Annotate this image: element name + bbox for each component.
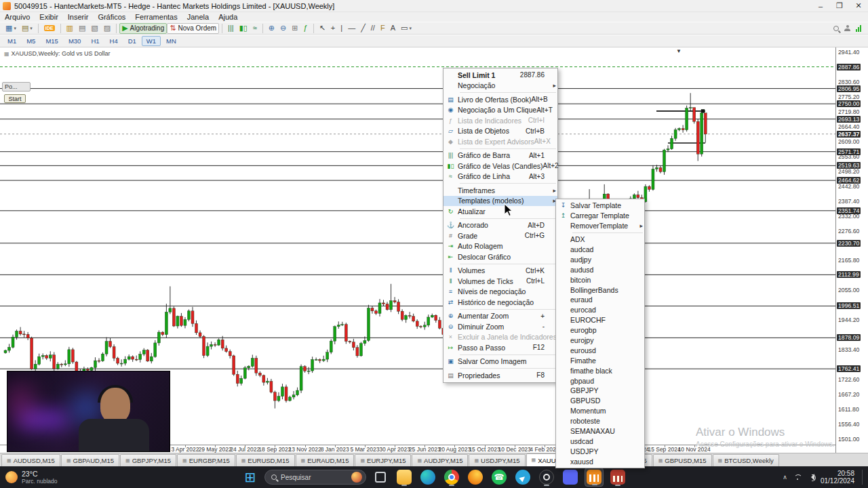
shapes-button[interactable]: ▭▾ [398, 23, 414, 34]
menu-item-usdjpy[interactable]: USDJPY [556, 446, 644, 456]
taskbar-whatsapp[interactable]: ☎ [490, 468, 509, 487]
menu-item-salvar-template[interactable]: ↧Salvar Template [556, 201, 644, 211]
menu-item-gr-fico-de-velas-candles[interactable]: ▮▯Gráfico de Velas (Candles)Alt+2 [443, 161, 557, 171]
menu-item-negocia-o[interactable]: Negociação▸ [443, 81, 557, 92]
horizontal-line-button[interactable]: — [345, 23, 358, 34]
menubar-ajuda[interactable]: Ajuda [214, 12, 242, 22]
toolbox-button[interactable]: ▨ [101, 23, 113, 34]
menubar-arquivo[interactable]: Arquivo [0, 12, 35, 22]
timeframe-m5[interactable]: M5 [22, 36, 40, 46]
taskbar-start[interactable]: ⊞ [241, 468, 260, 487]
text-button[interactable]: A [388, 23, 398, 34]
wifi-icon[interactable] [793, 474, 802, 481]
minimize-button[interactable]: – [811, 0, 830, 12]
timeframe-m30[interactable]: M30 [64, 36, 85, 46]
chart-shift-marker-icon[interactable]: ▼ [676, 48, 682, 54]
menu-item-negocia-o-a-um-clique[interactable]: ◉Negociação a Um CliqueAlt+T [443, 105, 557, 116]
menu-item-eurojpy[interactable]: eurojpy [556, 336, 644, 346]
menu-item-grade[interactable]: #GradeCtrl+G [443, 230, 557, 241]
tab-gbpjpy-m15[interactable]: ▦GBPJPY,M15 [120, 454, 176, 466]
menu-item-passo-a-passo[interactable]: ↦Passo a PassoF12 [443, 342, 557, 353]
menu-item-gr-fico-de-barra[interactable]: |||Gráfico de BarraAlt+1 [443, 150, 557, 161]
taskbar-task-view[interactable] [371, 468, 390, 487]
menu-item-hist-rico-de-negocia-o[interactable]: ⇄Histórico de negociação [443, 297, 557, 308]
timeframe-h4[interactable]: H4 [105, 36, 123, 46]
menu-item-propriedades[interactable]: ▤PropriedadesF8 [443, 370, 557, 381]
menu-item-volumes-de-ticks[interactable]: ‖Volumes de TicksCtrl+L [443, 276, 557, 287]
zoom-out-button[interactable]: ⊖ [277, 23, 289, 34]
profiles-button[interactable]: ▤▾ [19, 23, 35, 34]
menu-item-fimathe[interactable]: Fimathe [556, 355, 644, 365]
menu-item-lista-de-objetos[interactable]: ▱Lista de ObjetosCtrl+B [443, 126, 557, 137]
menubar-exibir[interactable]: Exibir [35, 12, 63, 22]
menu-item-euraud[interactable]: euraud [556, 295, 644, 305]
tab-usdjpy-m15[interactable]: ▦USDJPY,M15 [469, 454, 525, 466]
taskbar-metatrader5[interactable] [585, 468, 604, 487]
crosshair-button[interactable]: + [328, 23, 338, 34]
menu-item-gr-fico-de-linha[interactable]: ≈Gráfico de LinhaAlt+3 [443, 171, 557, 182]
timeframe-h1[interactable]: H1 [86, 36, 104, 46]
tab-audjpy-m15[interactable]: ▦AUDJPY,M15 [412, 454, 468, 466]
candle-chart-button[interactable]: ▮▯ [237, 23, 250, 34]
taskbar-firefox[interactable] [466, 468, 485, 487]
menu-item-carregar-template[interactable]: ↥Carregar Template [556, 211, 644, 221]
taskbar-chrome[interactable] [442, 468, 461, 487]
zoom-in-button[interactable]: ⊕ [266, 23, 277, 34]
taskbar-clock[interactable]: 20:58 01/12/2024 [821, 470, 854, 485]
menubar-janela[interactable]: Janela [182, 12, 214, 22]
fibonacci-button[interactable]: F [378, 23, 388, 34]
tab-gbpusd-m15[interactable]: ▦GBPUSD,M15 [653, 454, 712, 466]
tile-windows-button[interactable]: ⊞ [289, 23, 300, 34]
menu-item-livro-de-ofertas-book[interactable]: ▤Livro de Ofertas (Book)Alt+B [443, 94, 557, 105]
menu-item-bollingerbands[interactable]: BollingerBands [556, 285, 644, 295]
menu-item-eurogbp[interactable]: eurogbp [556, 325, 644, 336]
menu-item-auto-rolagem[interactable]: ⇥Auto Rolagem [443, 241, 557, 252]
cursor-button[interactable]: ↖ [317, 23, 328, 34]
channel-button[interactable]: // [368, 23, 378, 34]
search-icon[interactable] [833, 26, 839, 31]
menu-item-diminuir-zoom[interactable]: ⊖Diminuir Zoom- [443, 321, 557, 332]
tab-euraud-m15[interactable]: ▦EURAUD,M15 [296, 454, 355, 466]
tray-overflow-icon[interactable]: ∧ [783, 474, 787, 481]
menu-item-ancorado[interactable]: ⚓AncoradoAlt+D [443, 220, 557, 231]
taskbar-discord[interactable] [561, 468, 580, 487]
tab-gbpaud-m15[interactable]: ▦GBPAUD,M15 [61, 454, 119, 466]
menu-item-bitcoin[interactable]: bitcoin [556, 274, 644, 285]
taskbar-file-explorer[interactable] [395, 468, 414, 487]
menu-item-sell-limit-1[interactable]: Sell Limit 12887.86 [443, 70, 557, 81]
menu-item-audusd[interactable]: audusd [556, 264, 644, 274]
menu-item-audcad[interactable]: audcad [556, 245, 644, 255]
menubar-inserir[interactable]: Inserir [63, 12, 94, 22]
trendline-button[interactable]: ╱ [358, 23, 368, 34]
menu-item-eurousd[interactable]: eurousd [556, 345, 644, 355]
user-account-icon[interactable] [844, 25, 850, 31]
taskbar-search[interactable]: Pesquisar [264, 470, 366, 485]
indicators-button[interactable]: ƒ [301, 23, 311, 34]
vertical-line-button[interactable]: | [338, 23, 345, 34]
show-desktop-button[interactable] [862, 470, 864, 485]
po-mini-window[interactable]: Po... [2, 82, 31, 92]
timeframe-m15[interactable]: M15 [41, 36, 62, 46]
menubar-gr-ficos[interactable]: Gráficos [93, 12, 130, 22]
timeframe-w1[interactable]: W1 [142, 36, 161, 46]
volume-icon[interactable] [808, 474, 814, 481]
menu-item-xauusd[interactable]: xauusd [556, 456, 644, 466]
close-button[interactable]: ✕ [849, 0, 868, 12]
menu-item-templates-modelos[interactable]: Templates (modelos)▸ [443, 196, 557, 207]
algotrading-button[interactable]: ▶Algotrading [119, 23, 167, 34]
navigator-button[interactable]: ▧ [88, 23, 100, 34]
start-overlay-button[interactable]: Start [4, 94, 26, 103]
taskbar-telegram[interactable]: ▶ [513, 468, 532, 487]
menu-item-adx[interactable]: ADX [556, 235, 644, 245]
taskbar-edge[interactable] [418, 468, 437, 487]
menu-item-audjpy[interactable]: audjpy [556, 254, 644, 264]
price-axis[interactable]: 2806.952750.002693.132571.712519.632464.… [835, 47, 868, 453]
bar-chart-button[interactable]: ||| [225, 23, 237, 34]
restore-button[interactable]: ❐ [830, 0, 849, 12]
menu-item-n-veis-de-negocia-o[interactable]: ≡Níveis de negociação [443, 287, 557, 298]
menu-item-timeframes[interactable]: Timeframes▸ [443, 185, 557, 196]
timeframe-m1[interactable]: M1 [3, 36, 21, 46]
menu-item-salvar-como-imagem[interactable]: ▣Salvar Como Imagem [443, 357, 557, 367]
taskbar-obs[interactable] [537, 468, 556, 487]
data-window-button[interactable]: ▤ [76, 23, 88, 34]
